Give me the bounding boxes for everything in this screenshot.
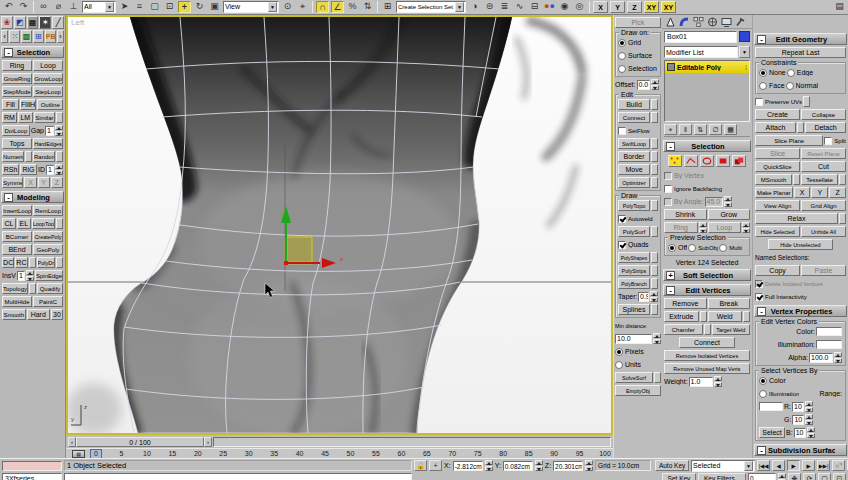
pb-logo-icon[interactable]: PB [45, 30, 56, 43]
pin-stack-icon[interactable]: ⌖ [664, 124, 677, 135]
bind-spacewarp-icon[interactable]: ⊥ [67, 1, 80, 13]
optimizer-options-icon[interactable] [651, 177, 658, 188]
select-object-icon[interactable]: ➤ [118, 1, 131, 13]
range-r-spinner[interactable] [805, 401, 813, 412]
by-vertex[interactable]: By Vertex [664, 172, 704, 180]
edge-radio[interactable] [787, 69, 795, 77]
hard-button[interactable]: Hard [27, 309, 51, 320]
id-spinner[interactable] [55, 164, 63, 175]
layer-manager-icon[interactable]: ≣ [498, 1, 511, 13]
full-interactivity-checkbox[interactable] [755, 293, 763, 301]
topology-options-icon[interactable] [29, 283, 36, 294]
ring-button[interactable]: Ring [2, 60, 32, 71]
topology-button[interactable]: Topology [2, 283, 28, 294]
next-key-icon[interactable]: ▶ [802, 460, 815, 471]
range-g-spinner[interactable] [805, 414, 813, 425]
full-interactivity[interactable]: Full Interactivity [755, 293, 807, 301]
rc-button[interactable]: RC [15, 257, 27, 268]
el-button[interactable]: EL [17, 218, 31, 229]
quads[interactable]: Quads [618, 241, 649, 249]
min-max-toggle-icon[interactable]: ⊡ [833, 473, 846, 480]
pan-view-icon[interactable]: ✥ [788, 473, 801, 480]
hardedges-button[interactable]: HardEdges [33, 138, 63, 149]
hide-selected-button[interactable]: Hide Selected [755, 226, 800, 237]
zoom-icon[interactable]: ○⌝ [832, 460, 845, 471]
material-editor-icon[interactable]: ●● [543, 1, 556, 13]
tessellate-options-icon[interactable] [839, 174, 846, 185]
surface[interactable]: Surface [618, 52, 652, 60]
set-key-button[interactable]: Set Key [662, 473, 696, 480]
off-radio[interactable] [668, 244, 676, 252]
value-field[interactable]: 45.0 [705, 197, 723, 207]
pick-button[interactable]: Pick [615, 17, 661, 28]
previous-key-icon[interactable]: ◀ [772, 460, 785, 471]
rm-button[interactable]: RM [2, 112, 17, 123]
value-field[interactable]: 1 [17, 271, 25, 281]
select-and-rotate-icon[interactable]: ↻ [193, 1, 206, 13]
offset-spinner[interactable] [651, 79, 659, 90]
random-button[interactable]: Random [33, 151, 55, 162]
snaps-toggle-icon[interactable]: ∩ [316, 1, 329, 13]
none[interactable]: None [759, 69, 786, 77]
rect-selection-region-icon[interactable]: ▢ [148, 1, 161, 13]
looptools-options-icon[interactable] [56, 218, 63, 229]
rollout-soft-selection[interactable]: +Soft Selection [663, 269, 751, 281]
illumination-radio[interactable] [759, 390, 767, 398]
copy-button[interactable]: Copy [755, 265, 800, 276]
extrude-options-icon[interactable] [700, 311, 707, 322]
border-mode-icon[interactable] [700, 155, 714, 167]
quads-checkbox[interactable] [618, 241, 626, 249]
quadify-button[interactable]: Quadify [37, 283, 63, 294]
pb-star-icon[interactable]: ✶ [39, 16, 51, 29]
curve-editor-icon[interactable]: ∿ [513, 1, 526, 13]
rsh-button[interactable]: RSh [2, 164, 19, 175]
units-radio[interactable] [615, 361, 623, 369]
tab-utilities-icon[interactable] [734, 16, 747, 28]
restrict-x-button[interactable]: X [593, 1, 608, 13]
normal-radio[interactable] [786, 82, 794, 90]
polystrips-options-icon[interactable] [651, 265, 658, 276]
paintc-button[interactable]: PaintC [33, 296, 63, 307]
rollout-selection[interactable]: -Selection [1, 46, 64, 58]
smooth-button[interactable]: Smooth [2, 309, 26, 320]
chevron-down-icon[interactable]: ▼ [105, 2, 114, 12]
collapse-icon[interactable]: - [4, 48, 13, 57]
key-filter-combo[interactable]: Selected▼ [691, 460, 755, 472]
unlink-icon[interactable]: ⌀ [52, 1, 65, 13]
by-vertex-checkbox[interactable] [664, 172, 672, 180]
pb-dots-icon[interactable]: ⁙ [9, 30, 20, 43]
vertex-mode-icon[interactable] [668, 155, 682, 167]
collapse-icon[interactable]: - [4, 193, 13, 202]
time-slider-handle[interactable]: 0 / 100 [76, 437, 204, 447]
object-color-swatch[interactable] [739, 31, 750, 42]
pb-texture-icon[interactable]: ▦ [27, 16, 39, 29]
none-radio[interactable] [759, 69, 767, 77]
pb-green-icon[interactable]: ▩ [21, 30, 32, 43]
polysurf-button[interactable]: PolySurf [618, 226, 650, 237]
multihide-button[interactable]: MultiHide [2, 296, 32, 307]
schematic-view-icon[interactable]: ⊟ [528, 1, 541, 13]
grow-button[interactable]: Grow [708, 209, 751, 220]
rollout-selection[interactable]: -Selection [663, 140, 751, 152]
color-swatch[interactable] [816, 327, 842, 336]
selected-vertex[interactable] [284, 261, 288, 265]
viewport-left[interactable]: Left [66, 15, 613, 435]
window-crossing-icon[interactable]: ⊡ [163, 1, 176, 13]
polytopo-button[interactable]: PolyTopo [618, 200, 650, 211]
auto-key-button[interactable]: Auto Key [655, 460, 689, 471]
msmooth-button[interactable]: MSmooth [755, 174, 792, 185]
percent-snap-icon[interactable]: % [346, 1, 359, 13]
surface-radio[interactable] [618, 52, 626, 60]
extrude-button[interactable]: Extrude [664, 311, 699, 322]
ring-spinner[interactable] [699, 222, 707, 233]
polygon-mode-icon[interactable] [716, 155, 730, 167]
build-button[interactable]: Build [618, 99, 650, 110]
solvesurf-button[interactable]: SolveSurf [615, 372, 653, 383]
optimizer-button[interactable]: Optimizer [618, 177, 650, 188]
time-slider-track[interactable] [213, 437, 611, 447]
dc-button[interactable]: DC [2, 257, 14, 268]
loop-button[interactable]: Loop [708, 222, 742, 233]
growring-button[interactable]: GrowRing [2, 73, 32, 84]
face[interactable]: Face [759, 82, 785, 90]
connect-options-icon[interactable] [651, 112, 658, 123]
